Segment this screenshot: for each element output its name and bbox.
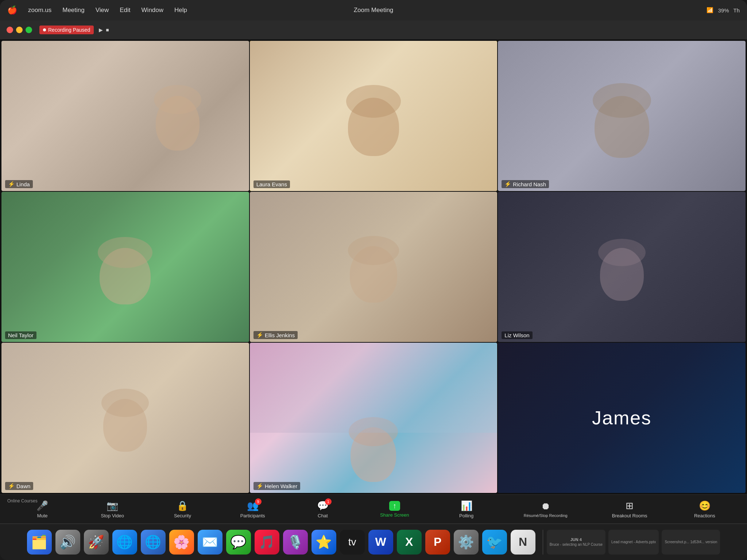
mute-icon-helen: ⚡	[256, 483, 263, 489]
menu-meeting[interactable]: Meeting	[62, 7, 84, 14]
video-tile-neil: Neil Taylor	[1, 192, 249, 342]
share-screen-label: Share Screen	[380, 512, 409, 518]
dock-word[interactable]: W	[368, 530, 393, 555]
video-tile-liz: Liz Wilson	[498, 192, 746, 342]
apple-logo-icon[interactable]: 🍎	[7, 5, 17, 15]
video-tile-linda: ⚡ Linda	[1, 41, 249, 191]
resume-recording-button[interactable]: ⏺ Résumé/Stop Recording	[524, 501, 568, 518]
dock-siri[interactable]: 🔊	[55, 530, 80, 555]
dock-systemprefs[interactable]: ⚙️	[454, 530, 479, 555]
recording-stop-button[interactable]: ■	[106, 27, 109, 33]
dock-notion[interactable]: N	[511, 530, 535, 555]
chat-button[interactable]: 💬 1 Chat	[310, 500, 336, 518]
mac-status-bar: 📶 39% Th	[707, 7, 740, 13]
video-icon: 📷	[107, 500, 118, 512]
wifi-icon: 📶	[707, 7, 713, 13]
recording-controls[interactable]: ▶ ■	[99, 27, 109, 33]
dock-appstore[interactable]: ⭐	[311, 530, 336, 555]
recording-badge: Recording Paused	[39, 26, 94, 34]
mac-menubar: 🍎 zoom.us Meeting View Edit Window Help …	[0, 0, 747, 20]
james-name-display: James	[592, 407, 651, 429]
video-tile-laura: Laura Evans	[250, 41, 498, 191]
dock-taskbar-items: JUN 4 Bruce - selecting an NLP Course Le…	[543, 530, 720, 555]
taskbar-nlp-course[interactable]: JUN 4 Bruce - selecting an NLP Course	[547, 530, 605, 555]
polling-label: Polling	[459, 513, 473, 518]
menu-window[interactable]: Window	[142, 7, 163, 14]
dock-mail[interactable]: ✉️	[198, 530, 222, 555]
mute-icon-linda: ⚡	[8, 181, 15, 187]
dock-ppt[interactable]: P	[425, 530, 450, 555]
participant-name-neil: Neil Taylor	[5, 331, 36, 339]
participant-name-richard: ⚡ Richard Nash	[502, 180, 549, 188]
dock-photos[interactable]: 🌸	[169, 530, 194, 555]
menu-edit[interactable]: Edit	[120, 7, 130, 14]
dock-launchpad[interactable]: 🚀	[84, 530, 109, 555]
chat-icon: 💬 1	[317, 500, 329, 512]
dock-safari[interactable]: 🌐	[112, 530, 137, 555]
participant-name-helen: ⚡ Helen Walker	[253, 482, 300, 490]
taskbar-screenshot[interactable]: Screenshot.p... 1d53t4... version	[662, 530, 720, 555]
recording-dot	[43, 28, 46, 31]
breakout-rooms-button[interactable]: ⊞ Breakout Rooms	[612, 500, 647, 518]
dock-appletv[interactable]: tv	[340, 530, 365, 555]
taskbar-lead-magnet[interactable]: Lead magnet - Adverts.pptx	[608, 530, 659, 555]
online-courses-label: Online Courses	[7, 498, 38, 503]
breakout-rooms-icon: ⊞	[626, 500, 634, 512]
video-grid: ⚡ Linda Laura Evans	[0, 39, 747, 494]
participant-name-linda: ⚡ Linda	[5, 180, 33, 188]
recording-play-button[interactable]: ▶	[99, 27, 103, 33]
video-tile-ellis: ⚡ Ellis Jenkins	[250, 192, 498, 342]
mute-icon-richard: ⚡	[504, 181, 511, 187]
dock-excel[interactable]: X	[397, 530, 422, 555]
dock-podcasts[interactable]: 🎙️	[283, 530, 308, 555]
day-label: Th	[733, 7, 740, 13]
zoom-toolbar: Online Courses 🎤 Mute 📷 Stop Video 🔒 Sec…	[0, 494, 747, 524]
security-button[interactable]: 🔒 Security	[170, 500, 195, 518]
video-tile-helen: ⚡ Helen Walker	[250, 343, 498, 493]
minimize-button[interactable]	[16, 27, 23, 33]
participant-name-ellis: ⚡ Ellis Jenkins	[253, 331, 298, 339]
fullscreen-button[interactable]	[26, 27, 32, 33]
polling-button[interactable]: 📊 Polling	[454, 500, 479, 518]
video-tile-dawn: ⚡ Dawn	[1, 343, 249, 493]
mute-label: Mute	[37, 513, 48, 518]
chat-badge: 1	[325, 498, 332, 505]
mac-dock: 🗂️ 🔊 🚀 🌐 🌐 🌸 ✉️ 💬 🎵 🎙️ ⭐ tv W X P ⚙️ 🐦 N…	[0, 524, 747, 560]
close-button[interactable]	[7, 27, 13, 33]
participant-name-liz: Liz Wilson	[502, 331, 532, 339]
zoom-titlebar: Recording Paused ▶ ■	[0, 20, 747, 39]
share-screen-button[interactable]: ↑ Share Screen	[380, 501, 409, 518]
menu-view[interactable]: View	[96, 7, 109, 14]
dock-finder[interactable]: 🗂️	[27, 530, 52, 555]
recording-label: Recording Paused	[48, 27, 90, 33]
battery-status: 39%	[718, 7, 729, 13]
mute-icon-dawn: ⚡	[8, 483, 15, 489]
mac-frame: 🍎 zoom.us Meeting View Edit Window Help …	[0, 0, 747, 560]
reactions-label: Reactions	[694, 513, 715, 518]
reactions-button[interactable]: 😊 Reactions	[692, 500, 717, 518]
share-screen-icon: ↑	[389, 501, 400, 511]
menu-app[interactable]: zoom.us	[28, 7, 51, 14]
chat-label: Chat	[318, 513, 328, 518]
mute-icon-ellis: ⚡	[256, 332, 263, 338]
dock-twitter[interactable]: 🐦	[482, 530, 507, 555]
dock-music[interactable]: 🎵	[255, 530, 279, 555]
security-icon: 🔒	[177, 500, 188, 512]
video-tile-james: James	[498, 343, 746, 493]
participants-badge: 9	[255, 498, 262, 505]
stop-video-label: Stop Video	[101, 513, 124, 518]
resume-recording-icon: ⏺	[541, 501, 550, 512]
mute-icon: 🎤	[36, 500, 48, 512]
participants-button[interactable]: 👥 9 Participants	[240, 500, 266, 518]
resume-recording-label: Résumé/Stop Recording	[524, 513, 568, 518]
video-tile-richard: ⚡ Richard Nash	[498, 41, 746, 191]
menu-help[interactable]: Help	[174, 7, 187, 14]
reactions-icon: 😊	[699, 500, 711, 512]
security-label: Security	[174, 513, 191, 518]
dock-messages[interactable]: 💬	[226, 530, 251, 555]
dock-chrome[interactable]: 🌐	[141, 530, 166, 555]
polling-icon: 📊	[461, 500, 472, 512]
participant-name-dawn: ⚡ Dawn	[5, 482, 33, 490]
breakout-rooms-label: Breakout Rooms	[612, 513, 647, 518]
stop-video-button[interactable]: 📷 Stop Video	[100, 500, 125, 518]
